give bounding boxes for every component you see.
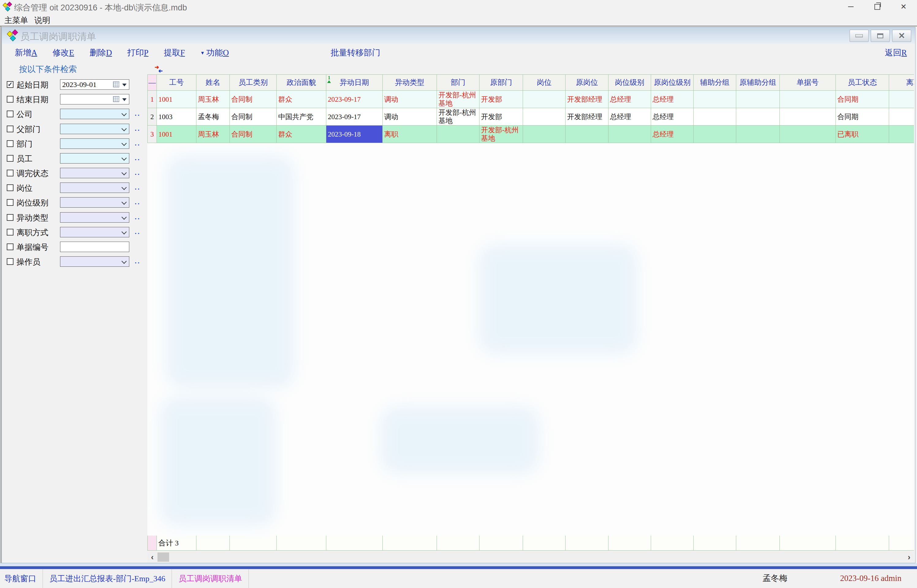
lookup-dots-button[interactable]: .. — [135, 154, 141, 162]
cell-r2-辅助分组[interactable] — [694, 108, 736, 126]
cell-r1-原岗位级别[interactable]: 总经理 — [651, 90, 694, 108]
cell-r2-原岗位[interactable]: 开发部经理 — [566, 108, 608, 126]
lookup-dots-button[interactable]: .. — [135, 124, 141, 132]
chevron-down-icon[interactable] — [121, 170, 127, 176]
cell-r2-政治面貌[interactable]: 中国共产党 — [277, 108, 326, 126]
date-input[interactable] — [60, 94, 129, 105]
cell-r3-原部门[interactable]: 开发部-杭州基地 — [479, 126, 523, 143]
cell-r2-异动日期[interactable]: 2023-09-17 — [326, 108, 383, 126]
combo-select[interactable] — [60, 153, 129, 163]
cell-r2-离职[interactable] — [889, 108, 914, 126]
combo-select[interactable] — [60, 183, 129, 193]
batch-transfer-button[interactable]: 批量转移部门 — [331, 46, 380, 60]
cell-r3-岗位[interactable] — [523, 126, 566, 143]
column-header-9[interactable]: 岗位 — [523, 74, 566, 90]
cell-r3-部门[interactable] — [437, 126, 479, 143]
cell-r2-员工状态[interactable]: 合同期 — [836, 108, 889, 126]
child-close-button[interactable]: ✕ — [892, 30, 911, 42]
combo-select[interactable] — [60, 256, 129, 267]
filter-checkbox-1[interactable]: ✓ — [7, 81, 13, 88]
column-header-16[interactable]: 员工状态 — [836, 74, 889, 90]
toolbar-button-E[interactable]: 修改E — [53, 46, 74, 60]
column-header-1[interactable]: 工号 — [157, 74, 196, 90]
scrollbar-thumb[interactable] — [157, 552, 169, 562]
column-header-12[interactable]: 原岗位级别 — [651, 74, 694, 90]
toolbar-button-A[interactable]: 新增A — [15, 46, 37, 60]
cell-r3-单据号[interactable] — [780, 126, 836, 143]
cell-r2-原部门[interactable]: 开发部 — [479, 108, 523, 126]
row-number[interactable]: 1 — [147, 90, 157, 108]
cell-r1-姓名[interactable]: 周玉林 — [196, 90, 230, 108]
chevron-down-icon[interactable] — [121, 185, 127, 190]
toolbar-button-D[interactable]: 删除D — [89, 46, 112, 60]
cell-r3-岗位级别[interactable] — [608, 126, 651, 143]
cell-r1-政治面貌[interactable]: 群众 — [277, 90, 326, 108]
dropdown-arrow-icon[interactable] — [122, 98, 126, 101]
column-header-13[interactable]: 辅助分组 — [694, 74, 736, 90]
combo-select[interactable] — [60, 124, 129, 134]
menu-main[interactable]: 主菜单 — [4, 15, 28, 26]
child-minimize-button[interactable] — [850, 30, 868, 42]
date-input[interactable]: 2023-09-01 — [60, 79, 129, 90]
scroll-right-icon[interactable]: › — [904, 552, 914, 562]
lookup-dots-button[interactable]: .. — [135, 139, 141, 147]
column-header-7[interactable]: 部门 — [437, 74, 479, 90]
filter-checkbox-8[interactable] — [7, 184, 13, 191]
filter-checkbox-9[interactable] — [7, 199, 13, 206]
dropdown-arrow-icon[interactable] — [122, 84, 126, 86]
cell-r3-辅助分组[interactable] — [694, 126, 736, 143]
lookup-dots-button[interactable]: .. — [135, 228, 141, 236]
cell-r1-员工类别[interactable]: 合同制 — [230, 90, 277, 108]
cell-r1-岗位级别[interactable]: 总经理 — [608, 90, 651, 108]
cell-r2-异动类型[interactable]: 调动 — [383, 108, 437, 126]
chevron-down-icon[interactable] — [121, 215, 127, 220]
app-restore-button[interactable] — [871, 1, 884, 12]
app-minimize-button[interactable] — [844, 1, 857, 12]
cell-r2-原辅助分组[interactable] — [736, 108, 780, 126]
cell-r1-岗位[interactable] — [523, 90, 566, 108]
cell-r1-部门[interactable]: 开发部-杭州基地 — [437, 90, 479, 108]
chevron-down-icon[interactable] — [121, 229, 127, 234]
cell-r2-单据号[interactable] — [780, 108, 836, 126]
chevron-down-icon[interactable] — [121, 111, 127, 116]
lookup-dots-button[interactable]: .. — [135, 198, 141, 206]
chevron-down-icon[interactable] — [121, 155, 127, 161]
taskbar-tab-1[interactable]: 导航窗口 — [0, 569, 43, 588]
cell-r3-原岗位[interactable] — [566, 126, 608, 143]
column-header-3[interactable]: 员工类别 — [230, 74, 277, 90]
filter-checkbox-3[interactable] — [7, 111, 13, 117]
cell-r3-姓名[interactable]: 周玉林 — [196, 126, 230, 143]
cell-r2-岗位[interactable] — [523, 108, 566, 126]
grid-corner-cell[interactable]: — — [147, 74, 157, 90]
swap-transfer-icon[interactable]: ➔➔ — [155, 66, 163, 73]
column-header-10[interactable]: 原岗位 — [566, 74, 608, 90]
row-number[interactable]: 2 — [147, 108, 157, 126]
calendar-icon[interactable] — [113, 81, 119, 87]
combo-select[interactable] — [60, 139, 129, 149]
taskbar-tab-2[interactable]: 员工进出汇总报表-部门-Emp_346 — [43, 569, 172, 588]
cell-r1-离职[interactable] — [889, 90, 914, 108]
combo-select[interactable] — [60, 168, 129, 178]
filter-checkbox-11[interactable] — [7, 229, 13, 236]
column-header-17[interactable]: 离职 — [889, 74, 914, 90]
filter-checkbox-4[interactable] — [7, 126, 13, 132]
filter-checkbox-10[interactable] — [7, 214, 13, 221]
cell-r1-原部门[interactable]: 开发部 — [479, 90, 523, 108]
menu-help[interactable]: 说明 — [34, 15, 50, 26]
combo-select[interactable] — [60, 212, 129, 223]
chevron-down-icon[interactable] — [121, 200, 127, 205]
toolbar-button-P[interactable]: 打印P — [128, 46, 149, 60]
calendar-icon[interactable] — [113, 96, 119, 102]
cell-r3-原岗位级别[interactable]: 总经理 — [651, 126, 694, 143]
chevron-down-icon[interactable] — [121, 141, 127, 146]
combo-select[interactable] — [60, 109, 129, 119]
cell-r3-离职[interactable] — [889, 126, 914, 143]
column-header-8[interactable]: 原部门 — [479, 74, 523, 90]
column-header-14[interactable]: 原辅助分组 — [736, 74, 780, 90]
cell-r1-单据号[interactable] — [780, 90, 836, 108]
cell-r1-异动日期[interactable]: 2023-09-17 — [326, 90, 383, 108]
cell-r1-工号[interactable]: 1001 — [157, 90, 196, 108]
chevron-down-icon[interactable] — [121, 126, 127, 131]
cell-r3-异动日期[interactable]: 2023-09-18 — [326, 126, 383, 143]
cell-r2-岗位级别[interactable]: 总经理 — [608, 108, 651, 126]
